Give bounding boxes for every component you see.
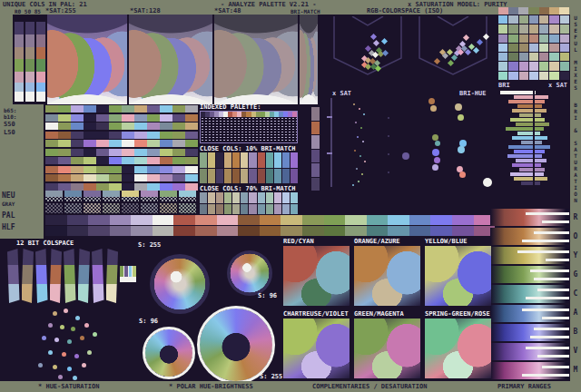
swatch (249, 169, 256, 184)
comp-panel-yellow-blue[interactable] (425, 246, 491, 306)
swatch (409, 226, 431, 236)
mini-strip-1[interactable] (15, 22, 24, 102)
swatch (519, 72, 528, 80)
neu-row[interactable] (45, 191, 196, 201)
bri-bar (519, 113, 533, 117)
swatch (519, 34, 528, 43)
swatch (430, 226, 452, 236)
swatch (498, 62, 507, 70)
sat48-tab[interactable]: *SAT:48 (214, 7, 241, 15)
swatch (508, 72, 517, 80)
footer-complementaries: COMPLEMENTARIES / DESATURATION (312, 383, 427, 390)
sat-bar-track (535, 127, 569, 131)
polar-circle-s96-bottom[interactable] (143, 327, 195, 379)
polar-circle-s255[interactable] (150, 254, 210, 314)
color-dot (58, 375, 63, 379)
indexed-palette-box (200, 111, 298, 143)
vertical-letter: I (574, 65, 577, 72)
comp-panel-green-magenta[interactable] (354, 318, 420, 378)
analysis-strips[interactable] (45, 105, 198, 191)
swatch (147, 132, 160, 139)
comp-panel-red-cyan[interactable] (283, 246, 350, 306)
swatch (241, 169, 248, 184)
swatch (560, 53, 569, 61)
sat-axis-tick (327, 116, 332, 118)
swatch (160, 166, 172, 173)
header-bar: UNIQUE COLS IN PAL: 21 - ANALYZE PALETTE… (0, 0, 581, 15)
mixes-top-row[interactable] (498, 7, 569, 15)
vertical-letter: L (574, 46, 577, 53)
close-cols-10-swatches[interactable] (200, 152, 298, 183)
color-dot (388, 172, 389, 173)
swatch (147, 183, 160, 191)
hue-sat-map-sat255[interactable] (47, 15, 127, 104)
sat-bar (535, 163, 541, 167)
swatch (528, 7, 538, 15)
bar-row (498, 141, 569, 144)
vertical-letter: S (574, 84, 577, 91)
sat128-tab[interactable]: *SAT:128 (130, 7, 161, 15)
bri-bar-track (498, 150, 533, 153)
sat-bar (535, 136, 547, 140)
footer-primary-ranges: PRIMARY RANGES (497, 383, 551, 390)
close-cols-70-swatches[interactable] (200, 192, 298, 214)
vertical-letter: C (574, 290, 578, 309)
white-bar (534, 278, 569, 280)
hue-sat-map-sat128[interactable] (129, 15, 212, 104)
color-dot (363, 113, 365, 115)
indexed-palette-row[interactable] (201, 112, 297, 117)
swatch (109, 166, 122, 173)
swatch (153, 226, 174, 236)
gray-cell (179, 203, 196, 213)
sat255-tab[interactable]: *SAT:255 (45, 7, 76, 15)
strip-row (45, 166, 198, 173)
bri-bar-track (498, 145, 533, 149)
color-dot (352, 184, 354, 186)
color-dot (432, 149, 439, 156)
swatch (147, 105, 160, 113)
right-sidebar: USEFUL MIXES BRI & SATURATION ROYGCABVM (570, 0, 581, 392)
bri-bar (512, 136, 533, 140)
comp-panel-orange-azure[interactable] (354, 246, 420, 306)
swatch (160, 132, 172, 139)
polar-circle-1-label: S: 255 (138, 241, 161, 249)
vertical-letter: Y (574, 252, 578, 271)
swatch (84, 166, 96, 173)
white-bar (534, 231, 569, 234)
swatch (109, 132, 122, 139)
color-dot (356, 168, 358, 170)
primary-band-v (490, 343, 569, 360)
swatch (172, 140, 185, 147)
vertical-letter: R (574, 165, 577, 172)
comp-label-chartreuse-violet: CHARTREUSE/VIOLET (283, 310, 349, 318)
mini-strip-3[interactable] (36, 22, 45, 102)
swatch (560, 15, 569, 24)
swatch (185, 183, 198, 191)
polar-circle-s96-top[interactable] (227, 250, 272, 296)
bar-row (498, 159, 569, 162)
swatch (84, 114, 96, 122)
pal-strip[interactable] (45, 215, 495, 225)
mini-strip-2[interactable] (25, 22, 34, 102)
swatch (110, 226, 132, 236)
hlf-strip[interactable] (45, 226, 495, 236)
primary-ranges-panel[interactable] (490, 209, 569, 379)
swatch (452, 215, 474, 225)
white-bar (526, 347, 569, 349)
swatch (58, 157, 71, 164)
swatch (498, 7, 508, 15)
hue-sat-map-brimatch[interactable] (300, 15, 318, 104)
swatch (160, 105, 172, 113)
comp-panel-chartreuse-violet[interactable] (283, 318, 350, 378)
swatch (282, 204, 290, 215)
swatch (232, 152, 240, 168)
gray-row[interactable] (45, 203, 196, 213)
color-dot (455, 103, 462, 111)
useful-mixes-grid[interactable] (498, 15, 569, 80)
swatch (311, 163, 320, 177)
swatch (560, 44, 569, 52)
footer-polar-hue-brightness: * POLAR HUE-BRIGHTNESS (169, 383, 253, 390)
swatch (133, 266, 136, 277)
hue-sat-map-sat48[interactable] (214, 15, 298, 104)
comp-panel-springgreen-rose[interactable] (425, 318, 491, 378)
